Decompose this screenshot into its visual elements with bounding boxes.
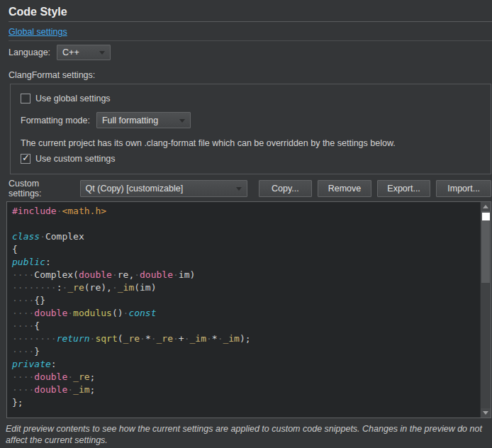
formatting-mode-combobox[interactable]: Full formatting <box>96 112 191 128</box>
code-line: public: <box>12 256 480 269</box>
custom-settings-combobox[interactable]: Qt (Copy) [customizable] <box>80 180 247 197</box>
code-line: #include·<math.h> <box>12 205 480 218</box>
code-line: ····double·modulus()·const <box>12 307 480 320</box>
clangformat-settings-label: ClangFormat settings: <box>9 70 95 80</box>
formatting-mode-label: Formatting mode: <box>21 116 90 125</box>
scroll-down-button[interactable] <box>481 408 491 418</box>
code-line: ····double·_im; <box>12 383 480 396</box>
arrow-down-icon <box>483 411 488 415</box>
language-label: Language: <box>9 47 50 57</box>
code-line: ····double·_re; <box>12 371 480 383</box>
checkbox-icon[interactable] <box>21 154 30 164</box>
checkbox-icon[interactable] <box>21 94 30 103</box>
code-line: ····Complex(double·re,·double·im) <box>12 269 480 281</box>
scrollbar-thumb[interactable] <box>481 211 490 283</box>
footer-hint-text: Edit preview contents to see how the cur… <box>6 423 486 446</box>
chevron-down-icon <box>236 187 242 191</box>
chevron-down-icon <box>99 51 105 55</box>
code-line: ········return·sqrt(_re·*·_re·+·_im·*·_i… <box>12 332 480 345</box>
code-line: ····{} <box>12 294 480 307</box>
code-line: private: <box>12 358 480 371</box>
clang-format-info-text: The current project has its own .clang-f… <box>21 138 483 148</box>
use-custom-settings-checkbox[interactable]: Use custom settings <box>21 154 116 164</box>
global-settings-link[interactable]: Global settings <box>9 27 67 37</box>
custom-settings-row: Custom settings: Qt (Copy) [customizable… <box>9 179 491 198</box>
clangformat-groupbox: Use global settings Formatting mode: Ful… <box>10 84 491 174</box>
custom-settings-combobox-value: Qt (Copy) [customizable] <box>86 184 184 194</box>
formatting-mode-combobox-value: Full formatting <box>102 116 158 125</box>
language-row: Language: C++ <box>9 45 111 60</box>
copy-button[interactable]: Copy... <box>259 180 313 197</box>
export-button[interactable]: Export... <box>377 180 431 197</box>
chevron-down-icon <box>179 119 185 123</box>
import-button[interactable]: Import... <box>436 180 491 197</box>
code-line: ····{ <box>12 320 480 332</box>
page-title: Code Style <box>9 6 67 18</box>
arrow-up-icon <box>483 205 488 208</box>
use-global-settings-checkbox[interactable]: Use global settings <box>21 94 111 103</box>
cursor-position-marker <box>482 213 490 220</box>
link-divider <box>9 40 492 41</box>
code-content[interactable]: #include·<math.h> class·Complex{public:·… <box>7 202 480 418</box>
code-line: }; <box>12 396 480 409</box>
scroll-up-button[interactable] <box>481 202 491 211</box>
code-line: class·Complex <box>12 230 480 243</box>
language-combobox[interactable]: C++ <box>57 45 111 60</box>
use-global-settings-label: Use global settings <box>35 94 111 103</box>
code-preview-editor[interactable]: #include·<math.h> class·Complex{public:·… <box>6 201 491 418</box>
custom-settings-label: Custom settings: <box>9 179 74 198</box>
remove-button[interactable]: Remove <box>318 180 371 197</box>
code-line: { <box>12 243 480 256</box>
formatting-mode-row: Formatting mode: Full formatting <box>21 112 191 128</box>
language-combobox-value: C++ <box>62 47 79 57</box>
title-divider <box>9 21 492 22</box>
code-line: ····} <box>12 345 480 358</box>
use-custom-settings-label: Use custom settings <box>35 154 116 164</box>
code-line <box>12 218 480 230</box>
code-line: ········:·_re(re),·_im(im) <box>12 281 480 294</box>
vertical-scrollbar[interactable] <box>480 202 491 418</box>
